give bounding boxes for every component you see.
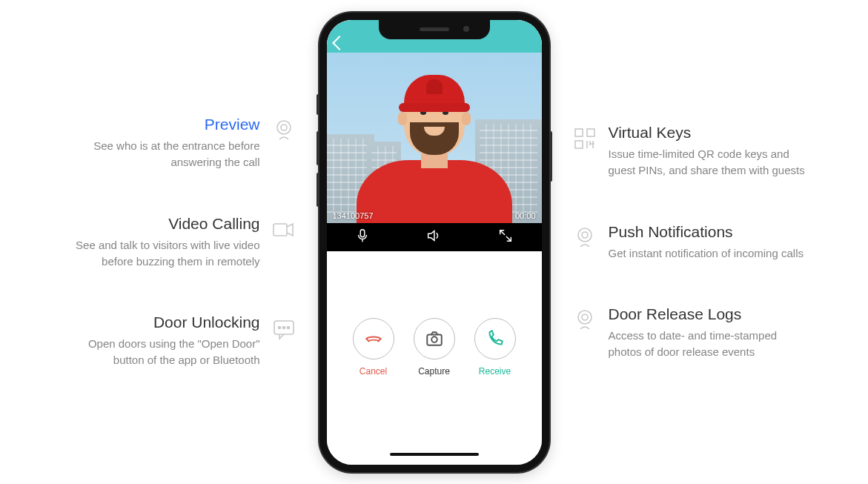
call-timer: 00:00 bbox=[515, 211, 536, 220]
svg-point-0 bbox=[277, 121, 291, 134]
call-actions: Cancel Capture Receive bbox=[327, 251, 542, 444]
capture-button[interactable]: Capture bbox=[414, 318, 455, 377]
back-button[interactable] bbox=[332, 36, 347, 50]
feature-push-notifications: Push Notifications Get instant notificat… bbox=[572, 223, 804, 262]
svg-rect-7 bbox=[360, 229, 365, 236]
cancel-button[interactable]: Cancel bbox=[353, 318, 394, 377]
svg-rect-2 bbox=[274, 224, 287, 236]
camera-icon bbox=[572, 307, 598, 334]
svg-rect-11 bbox=[587, 129, 594, 136]
mic-icon[interactable] bbox=[354, 228, 371, 247]
right-feature-column: Virtual Keys Issue time-limited QR code … bbox=[572, 102, 816, 382]
svg-point-6 bbox=[287, 327, 289, 329]
qr-icon bbox=[572, 125, 598, 152]
phone-notch bbox=[379, 20, 490, 39]
speaker-icon[interactable] bbox=[425, 228, 442, 247]
feature-title: Video Calling bbox=[60, 215, 260, 233]
camera-icon bbox=[271, 117, 297, 144]
feature-preview: Preview See who is at the entrance befor… bbox=[60, 116, 297, 170]
feature-title: Preview bbox=[60, 116, 260, 133]
receive-label: Receive bbox=[479, 366, 511, 377]
svg-point-5 bbox=[282, 327, 285, 329]
visitor-illustration bbox=[360, 75, 508, 223]
phone-mockup: 134100757 00:00 Cancel Ca bbox=[319, 13, 549, 472]
left-feature-column: Preview See who is at the entrance befor… bbox=[53, 93, 297, 391]
feature-title: Virtual Keys bbox=[609, 124, 809, 142]
feature-desc: Open doors using the "Open Door" button … bbox=[60, 336, 260, 368]
feature-title: Push Notifications bbox=[609, 223, 804, 241]
fullscreen-icon[interactable] bbox=[497, 228, 514, 247]
camera-icon bbox=[572, 225, 598, 251]
video-preview: 134100757 00:00 bbox=[327, 53, 542, 223]
feature-door-unlocking: Door Unlocking Open doors using the "Ope… bbox=[60, 314, 297, 368]
chat-icon bbox=[271, 315, 297, 342]
svg-point-4 bbox=[278, 327, 280, 329]
svg-point-1 bbox=[281, 125, 287, 130]
feature-desc: Get instant notification of incoming cal… bbox=[609, 245, 804, 262]
feature-title: Door Unlocking bbox=[60, 314, 260, 331]
feature-video-calling: Video Calling See and talk to visitors w… bbox=[60, 215, 297, 270]
cancel-label: Cancel bbox=[360, 366, 387, 377]
feature-virtual-keys: Virtual Keys Issue time-limited QR code … bbox=[572, 124, 809, 179]
receive-button[interactable]: Receive bbox=[474, 318, 516, 377]
capture-label: Capture bbox=[418, 366, 450, 377]
feature-door-release-logs: Door Release Logs Access to date- and ti… bbox=[572, 305, 809, 360]
feature-desc: See who is at the entrance before answer… bbox=[60, 138, 260, 170]
svg-point-16 bbox=[582, 314, 588, 320]
feature-desc: Access to date- and time-stamped photos … bbox=[609, 328, 809, 360]
svg-rect-10 bbox=[575, 129, 583, 136]
svg-point-15 bbox=[578, 311, 592, 324]
svg-point-13 bbox=[578, 228, 592, 242]
svg-point-14 bbox=[582, 232, 588, 238]
media-control-bar bbox=[327, 223, 542, 251]
feature-desc: Issue time-limited QR code keys and gues… bbox=[609, 146, 809, 179]
svg-rect-12 bbox=[575, 141, 583, 148]
feature-title: Door Release Logs bbox=[609, 305, 809, 323]
svg-point-9 bbox=[431, 337, 437, 342]
home-indicator bbox=[327, 444, 542, 465]
feature-desc: See and talk to visitors with live video… bbox=[60, 237, 260, 270]
caller-id: 134100757 bbox=[333, 211, 374, 220]
video-icon bbox=[271, 216, 297, 243]
